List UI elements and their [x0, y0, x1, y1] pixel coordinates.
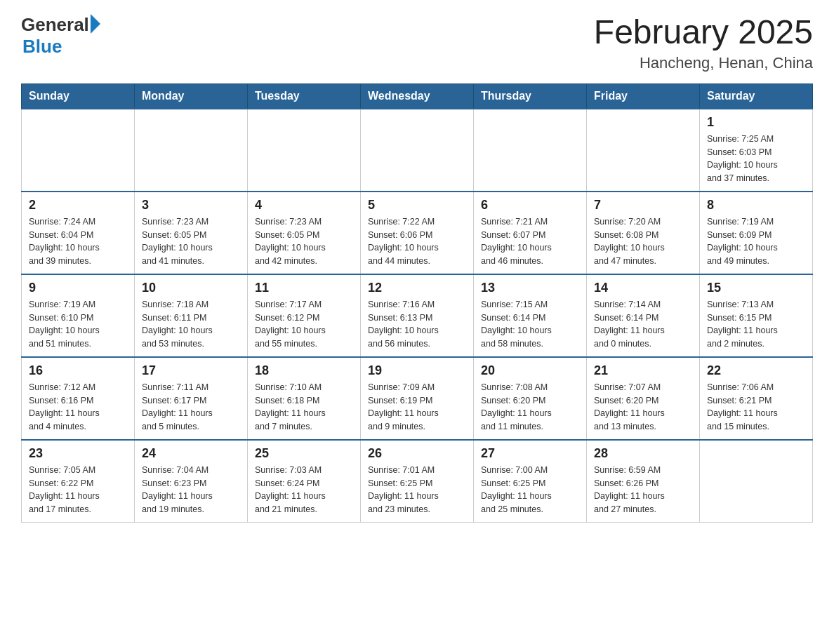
calendar-cell: 7Sunrise: 7:20 AMSunset: 6:08 PMDaylight…: [587, 192, 700, 274]
calendar-cell: 23Sunrise: 7:05 AMSunset: 6:22 PMDayligh…: [22, 440, 135, 523]
calendar-cell: 24Sunrise: 7:04 AMSunset: 6:23 PMDayligh…: [135, 440, 248, 523]
day-info: Sunrise: 7:03 AMSunset: 6:24 PMDaylight:…: [255, 464, 353, 516]
logo-triangle-icon: [91, 14, 100, 34]
day-number: 12: [368, 281, 466, 295]
calendar-table: SundayMondayTuesdayWednesdayThursdayFrid…: [21, 83, 813, 523]
day-info: Sunrise: 7:22 AMSunset: 6:06 PMDaylight:…: [368, 215, 466, 268]
calendar-header-saturday: Saturday: [700, 83, 813, 109]
calendar-cell: 2Sunrise: 7:24 AMSunset: 6:04 PMDaylight…: [22, 192, 135, 274]
day-info: Sunrise: 7:21 AMSunset: 6:07 PMDaylight:…: [481, 215, 579, 268]
day-info: Sunrise: 7:23 AMSunset: 6:05 PMDaylight:…: [255, 215, 353, 268]
day-number: 3: [142, 198, 240, 213]
day-info: Sunrise: 7:05 AMSunset: 6:22 PMDaylight:…: [29, 464, 127, 516]
day-number: 1: [707, 115, 805, 130]
calendar-cell: 19Sunrise: 7:09 AMSunset: 6:19 PMDayligh…: [361, 357, 474, 440]
day-number: 28: [594, 446, 692, 461]
day-number: 6: [481, 198, 579, 213]
day-info: Sunrise: 7:00 AMSunset: 6:25 PMDaylight:…: [481, 464, 579, 516]
calendar-cell: [248, 109, 361, 192]
day-number: 22: [707, 363, 805, 378]
month-year-title: February 2025: [594, 14, 813, 51]
day-number: 4: [255, 198, 353, 213]
page-header: General Blue February 2025 Hancheng, Hen…: [21, 14, 813, 72]
calendar-cell: 3Sunrise: 7:23 AMSunset: 6:05 PMDaylight…: [135, 192, 248, 274]
day-number: 8: [707, 198, 805, 213]
day-info: Sunrise: 7:17 AMSunset: 6:12 PMDaylight:…: [255, 298, 353, 351]
day-info: Sunrise: 7:12 AMSunset: 6:16 PMDaylight:…: [29, 381, 127, 434]
day-number: 27: [481, 446, 579, 461]
day-info: Sunrise: 7:25 AMSunset: 6:03 PMDaylight:…: [707, 133, 805, 185]
day-number: 7: [594, 198, 692, 213]
calendar-header-friday: Friday: [587, 83, 700, 109]
calendar-cell: 12Sunrise: 7:16 AMSunset: 6:13 PMDayligh…: [361, 274, 474, 357]
calendar-cell: 8Sunrise: 7:19 AMSunset: 6:09 PMDaylight…: [700, 192, 813, 274]
day-info: Sunrise: 7:01 AMSunset: 6:25 PMDaylight:…: [368, 464, 466, 516]
calendar-cell: 26Sunrise: 7:01 AMSunset: 6:25 PMDayligh…: [361, 440, 474, 523]
day-number: 19: [368, 363, 466, 378]
day-number: 13: [481, 281, 579, 295]
day-info: Sunrise: 6:59 AMSunset: 6:26 PMDaylight:…: [594, 464, 692, 516]
day-info: Sunrise: 7:11 AMSunset: 6:17 PMDaylight:…: [142, 381, 240, 434]
calendar-cell: 20Sunrise: 7:08 AMSunset: 6:20 PMDayligh…: [474, 357, 587, 440]
day-number: 23: [29, 446, 127, 461]
day-number: 16: [29, 363, 127, 378]
day-info: Sunrise: 7:19 AMSunset: 6:10 PMDaylight:…: [29, 298, 127, 351]
day-info: Sunrise: 7:07 AMSunset: 6:20 PMDaylight:…: [594, 381, 692, 434]
day-number: 18: [255, 363, 353, 378]
day-number: 21: [594, 363, 692, 378]
calendar-cell: 22Sunrise: 7:06 AMSunset: 6:21 PMDayligh…: [700, 357, 813, 440]
calendar-cell: 18Sunrise: 7:10 AMSunset: 6:18 PMDayligh…: [248, 357, 361, 440]
calendar-cell: 4Sunrise: 7:23 AMSunset: 6:05 PMDaylight…: [248, 192, 361, 274]
calendar-header-thursday: Thursday: [474, 83, 587, 109]
calendar-header-sunday: Sunday: [22, 83, 135, 109]
day-number: 26: [368, 446, 466, 461]
calendar-header-row: SundayMondayTuesdayWednesdayThursdayFrid…: [22, 83, 813, 109]
day-number: 14: [594, 281, 692, 295]
calendar-cell: 14Sunrise: 7:14 AMSunset: 6:14 PMDayligh…: [587, 274, 700, 357]
day-number: 25: [255, 446, 353, 461]
calendar-week-row: 23Sunrise: 7:05 AMSunset: 6:22 PMDayligh…: [22, 440, 813, 523]
calendar-cell: [700, 440, 813, 523]
day-info: Sunrise: 7:19 AMSunset: 6:09 PMDaylight:…: [707, 215, 805, 268]
day-info: Sunrise: 7:15 AMSunset: 6:14 PMDaylight:…: [481, 298, 579, 351]
day-number: 2: [29, 198, 127, 213]
day-info: Sunrise: 7:13 AMSunset: 6:15 PMDaylight:…: [707, 298, 805, 351]
calendar-cell: 15Sunrise: 7:13 AMSunset: 6:15 PMDayligh…: [700, 274, 813, 357]
day-info: Sunrise: 7:06 AMSunset: 6:21 PMDaylight:…: [707, 381, 805, 434]
calendar-week-row: 16Sunrise: 7:12 AMSunset: 6:16 PMDayligh…: [22, 357, 813, 440]
calendar-cell: 9Sunrise: 7:19 AMSunset: 6:10 PMDaylight…: [22, 274, 135, 357]
day-number: 15: [707, 281, 805, 295]
calendar-week-row: 1Sunrise: 7:25 AMSunset: 6:03 PMDaylight…: [22, 109, 813, 192]
day-info: Sunrise: 7:04 AMSunset: 6:23 PMDaylight:…: [142, 464, 240, 516]
calendar-cell: 28Sunrise: 6:59 AMSunset: 6:26 PMDayligh…: [587, 440, 700, 523]
day-info: Sunrise: 7:23 AMSunset: 6:05 PMDaylight:…: [142, 215, 240, 268]
calendar-cell: [587, 109, 700, 192]
day-number: 10: [142, 281, 240, 295]
logo-blue-text: Blue: [22, 36, 62, 58]
calendar-cell: [135, 109, 248, 192]
day-info: Sunrise: 7:24 AMSunset: 6:04 PMDaylight:…: [29, 215, 127, 268]
calendar-cell: 13Sunrise: 7:15 AMSunset: 6:14 PMDayligh…: [474, 274, 587, 357]
calendar-header-wednesday: Wednesday: [361, 83, 474, 109]
calendar-cell: 16Sunrise: 7:12 AMSunset: 6:16 PMDayligh…: [22, 357, 135, 440]
calendar-cell: 27Sunrise: 7:00 AMSunset: 6:25 PMDayligh…: [474, 440, 587, 523]
calendar-cell: 11Sunrise: 7:17 AMSunset: 6:12 PMDayligh…: [248, 274, 361, 357]
calendar-week-row: 2Sunrise: 7:24 AMSunset: 6:04 PMDaylight…: [22, 192, 813, 274]
calendar-cell: [22, 109, 135, 192]
calendar-cell: [361, 109, 474, 192]
day-number: 20: [481, 363, 579, 378]
calendar-cell: 5Sunrise: 7:22 AMSunset: 6:06 PMDaylight…: [361, 192, 474, 274]
day-info: Sunrise: 7:14 AMSunset: 6:14 PMDaylight:…: [594, 298, 692, 351]
day-info: Sunrise: 7:20 AMSunset: 6:08 PMDaylight:…: [594, 215, 692, 268]
calendar-header-tuesday: Tuesday: [248, 83, 361, 109]
calendar-cell: [474, 109, 587, 192]
day-info: Sunrise: 7:18 AMSunset: 6:11 PMDaylight:…: [142, 298, 240, 351]
day-info: Sunrise: 7:10 AMSunset: 6:18 PMDaylight:…: [255, 381, 353, 434]
day-number: 5: [368, 198, 466, 213]
logo-general-text: General: [21, 14, 89, 36]
day-number: 17: [142, 363, 240, 378]
day-info: Sunrise: 7:09 AMSunset: 6:19 PMDaylight:…: [368, 381, 466, 434]
calendar-cell: 1Sunrise: 7:25 AMSunset: 6:03 PMDaylight…: [700, 109, 813, 192]
calendar-cell: 6Sunrise: 7:21 AMSunset: 6:07 PMDaylight…: [474, 192, 587, 274]
calendar-cell: 25Sunrise: 7:03 AMSunset: 6:24 PMDayligh…: [248, 440, 361, 523]
